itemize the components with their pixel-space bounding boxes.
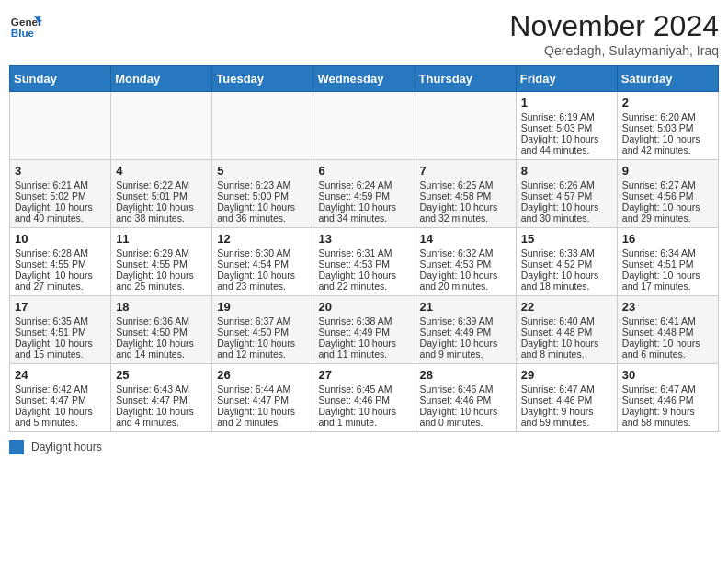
legend: Daylight hours (9, 440, 719, 454)
daylight: Daylight: 10 hours and 44 minutes. (521, 133, 599, 155)
daylight: Daylight: 10 hours and 23 minutes. (217, 270, 295, 292)
calendar-table: Sunday Monday Tuesday Wednesday Thursday… (9, 65, 719, 432)
daylight: Daylight: 10 hours and 17 minutes. (622, 270, 700, 292)
sunrise: Sunrise: 6:23 AM (217, 179, 290, 190)
daylight: Daylight: 10 hours and 8 minutes. (521, 338, 599, 360)
table-row: 26 Sunrise: 6:44 AM Sunset: 4:47 PM Dayl… (212, 364, 313, 432)
sunrise: Sunrise: 6:20 AM (622, 111, 696, 122)
sunset: Sunset: 5:03 PM (622, 122, 694, 133)
daylight: Daylight: 10 hours and 40 minutes. (15, 201, 93, 224)
table-row: 24 Sunrise: 6:42 AM Sunset: 4:47 PM Dayl… (10, 364, 111, 432)
daylight: Daylight: 10 hours and 42 minutes. (622, 133, 700, 155)
location: Qeredagh, Sulaymaniyah, Iraq (509, 43, 719, 58)
month-title: November 2024 (509, 9, 719, 43)
table-row: 17 Sunrise: 6:35 AM Sunset: 4:51 PM Dayl… (10, 296, 111, 364)
sunset: Sunset: 5:01 PM (116, 190, 188, 201)
day-number: 11 (116, 232, 207, 246)
daylight: Daylight: 10 hours and 34 minutes. (318, 201, 396, 224)
day-number: 10 (15, 232, 106, 246)
sunset: Sunset: 5:00 PM (217, 190, 289, 201)
table-row: 23 Sunrise: 6:41 AM Sunset: 4:48 PM Dayl… (617, 296, 718, 364)
daylight: Daylight: 10 hours and 15 minutes. (15, 338, 93, 360)
day-number: 2 (622, 96, 713, 109)
table-row (212, 92, 313, 160)
sunset: Sunset: 4:46 PM (420, 395, 492, 406)
sunset: Sunset: 4:46 PM (521, 395, 593, 406)
table-row: 27 Sunrise: 6:45 AM Sunset: 4:46 PM Dayl… (313, 364, 415, 432)
sunset: Sunset: 4:46 PM (318, 395, 390, 406)
sunset: Sunset: 4:54 PM (217, 259, 289, 270)
sunset: Sunset: 4:47 PM (116, 395, 188, 406)
daylight: Daylight: 10 hours and 5 minutes. (15, 406, 93, 428)
day-number: 3 (15, 164, 106, 178)
daylight: Daylight: 10 hours and 6 minutes. (622, 338, 700, 360)
table-row: 16 Sunrise: 6:34 AM Sunset: 4:51 PM Dayl… (617, 228, 718, 296)
header-wednesday: Wednesday (313, 66, 415, 92)
sunrise: Sunrise: 6:43 AM (116, 384, 189, 395)
sunset: Sunset: 4:58 PM (420, 190, 492, 201)
day-number: 28 (420, 368, 511, 382)
sunset: Sunset: 4:47 PM (15, 395, 86, 406)
header-thursday: Thursday (415, 66, 516, 92)
daylight: Daylight: 10 hours and 38 minutes. (116, 201, 194, 224)
day-number: 25 (116, 368, 207, 382)
day-number: 9 (622, 164, 713, 178)
sunset: Sunset: 4:51 PM (15, 327, 86, 338)
sunrise: Sunrise: 6:47 AM (622, 384, 696, 395)
calendar-header-row: Sunday Monday Tuesday Wednesday Thursday… (10, 66, 719, 92)
day-number: 12 (217, 232, 308, 246)
table-row: 25 Sunrise: 6:43 AM Sunset: 4:47 PM Dayl… (111, 364, 212, 432)
daylight: Daylight: 10 hours and 27 minutes. (15, 270, 93, 292)
sunrise: Sunrise: 6:35 AM (15, 316, 88, 327)
table-row (10, 92, 111, 160)
legend-label: Daylight hours (31, 441, 102, 454)
table-row: 10 Sunrise: 6:28 AM Sunset: 4:55 PM Dayl… (10, 228, 111, 296)
table-row: 11 Sunrise: 6:29 AM Sunset: 4:55 PM Dayl… (111, 228, 212, 296)
sunrise: Sunrise: 6:21 AM (15, 179, 88, 190)
day-number: 26 (217, 368, 308, 382)
sunset: Sunset: 4:50 PM (116, 327, 188, 338)
day-number: 14 (420, 232, 511, 246)
daylight: Daylight: 10 hours and 30 minutes. (521, 201, 599, 224)
day-number: 18 (116, 300, 207, 314)
day-number: 19 (217, 300, 308, 314)
svg-text:Blue: Blue (11, 27, 35, 39)
sunrise: Sunrise: 6:39 AM (420, 316, 494, 327)
day-number: 30 (622, 368, 713, 382)
day-number: 20 (318, 300, 409, 314)
day-number: 27 (318, 368, 409, 382)
sunrise: Sunrise: 6:32 AM (420, 247, 494, 259)
sunset: Sunset: 4:57 PM (521, 190, 593, 201)
sunrise: Sunrise: 6:26 AM (521, 179, 595, 190)
calendar-week-row: 1 Sunrise: 6:19 AM Sunset: 5:03 PM Dayli… (10, 92, 719, 160)
daylight: Daylight: 10 hours and 25 minutes. (116, 270, 194, 292)
day-number: 17 (15, 300, 106, 314)
sunset: Sunset: 4:53 PM (318, 259, 390, 270)
sunset: Sunset: 4:50 PM (217, 327, 289, 338)
day-number: 21 (420, 300, 511, 314)
logo: General Blue (9, 9, 42, 42)
daylight: Daylight: 10 hours and 1 minute. (318, 406, 396, 428)
sunrise: Sunrise: 6:44 AM (217, 384, 290, 395)
sunrise: Sunrise: 6:19 AM (521, 111, 595, 122)
header-saturday: Saturday (617, 66, 718, 92)
daylight: Daylight: 10 hours and 20 minutes. (420, 270, 498, 292)
day-number: 1 (521, 96, 612, 109)
sunset: Sunset: 4:49 PM (318, 327, 390, 338)
table-row: 20 Sunrise: 6:38 AM Sunset: 4:49 PM Dayl… (313, 296, 415, 364)
header-tuesday: Tuesday (212, 66, 313, 92)
table-row: 19 Sunrise: 6:37 AM Sunset: 4:50 PM Dayl… (212, 296, 313, 364)
table-row: 4 Sunrise: 6:22 AM Sunset: 5:01 PM Dayli… (111, 160, 212, 228)
daylight: Daylight: 10 hours and 18 minutes. (521, 270, 599, 292)
daylight: Daylight: 10 hours and 22 minutes. (318, 270, 396, 292)
table-row: 21 Sunrise: 6:39 AM Sunset: 4:49 PM Dayl… (415, 296, 516, 364)
daylight: Daylight: 10 hours and 0 minutes. (420, 406, 498, 428)
daylight: Daylight: 10 hours and 36 minutes. (217, 201, 295, 224)
table-row: 2 Sunrise: 6:20 AM Sunset: 5:03 PM Dayli… (617, 92, 718, 160)
table-row: 5 Sunrise: 6:23 AM Sunset: 5:00 PM Dayli… (212, 160, 313, 228)
sunrise: Sunrise: 6:25 AM (420, 179, 494, 190)
day-number: 13 (318, 232, 409, 246)
table-row (313, 92, 415, 160)
table-row: 12 Sunrise: 6:30 AM Sunset: 4:54 PM Dayl… (212, 228, 313, 296)
sunrise: Sunrise: 6:29 AM (116, 247, 189, 259)
